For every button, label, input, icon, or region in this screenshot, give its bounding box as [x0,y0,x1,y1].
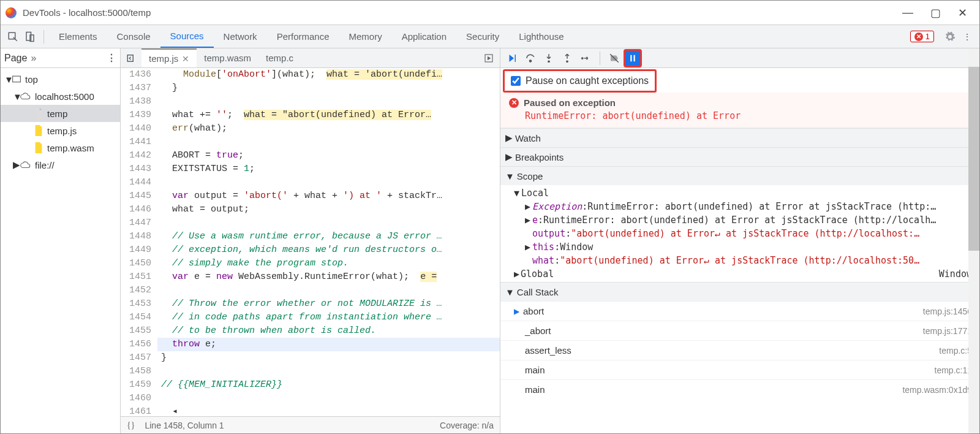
tree-file-tempjs[interactable]: temp.js [1,122,120,139]
scope-local[interactable]: ▼Local [500,186,979,200]
callstack-section[interactable]: ▼Call Stack [500,283,979,301]
error-count-badge[interactable]: ✕1 [910,31,934,42]
scrollbar-track[interactable] [968,48,979,433]
debug-toolbar [500,48,979,68]
editor-statusbar: {} Line 1458, Column 1 Coverage: n/a [121,416,500,433]
tree-file-tempwasm[interactable]: temp.wasm [1,139,120,156]
tab-elements[interactable]: Elements [49,25,107,48]
scope-global[interactable]: ▶GlobalWindow [500,267,979,281]
step-over-button[interactable] [521,49,540,67]
pause-caught-checkbox[interactable] [511,76,521,86]
svg-rect-12 [634,55,635,61]
svg-rect-6 [515,55,516,62]
callstack-frame[interactable]: _aborttemp.js:1771 [500,321,979,340]
svg-point-8 [548,60,550,63]
callstack-frame[interactable]: maintemp.c:11 [500,360,979,379]
pause-on-exceptions-button[interactable] [624,49,642,67]
step-out-button[interactable] [558,49,576,67]
callstack-frame[interactable]: maintemp.wasm:0x1d9 [500,379,979,399]
scope-variable[interactable]: what: "abort(undefined) at Error↵ at jsS… [500,254,979,267]
scope-variable[interactable]: ▶ Exception: RuntimeError: abort(undefin… [500,200,979,213]
callstack-frame[interactable]: assert_lesstemp.c:5 [500,340,979,360]
svg-point-7 [530,60,532,62]
resume-button[interactable] [503,49,521,67]
panel-chevron-icon[interactable]: » [31,53,36,64]
tree-host[interactable]: ▼localhost:5000 [1,88,120,105]
callstack-frame[interactable]: ▶aborttemp.js:1456 [500,301,979,321]
scope-body: ▼Local ▶ Exception: RuntimeError: abort(… [500,185,979,282]
paused-banner: ✕Paused on exception RuntimeError: abort… [500,93,979,128]
settings-gear-icon[interactable] [941,28,959,45]
device-toolbar-icon[interactable] [21,28,39,45]
devtools-logo-icon [6,7,17,18]
window-title: DevTools - localhost:5000/temp [23,7,902,18]
tree-file-scheme[interactable]: ▶file:// [1,156,120,173]
pretty-print-icon[interactable]: {} [127,421,135,430]
scope-variable[interactable]: ▶ this: Window [500,240,979,254]
tab-performance[interactable]: Performance [267,25,339,48]
scope-section[interactable]: ▼Scope [500,167,979,185]
svg-rect-3 [13,76,21,82]
exception-message: RuntimeError: abort(undefined) at Error [509,110,972,121]
tab-application[interactable]: Application [392,25,456,48]
error-icon: ✕ [509,98,519,108]
panel-more-icon[interactable]: ⋮ [107,52,116,64]
kebab-menu-icon[interactable]: ⋮ [959,28,976,45]
tab-network[interactable]: Network [214,25,267,48]
page-panel-title[interactable]: Page [4,53,27,64]
tree-top[interactable]: ▼top [1,70,120,88]
line-gutter: 1436143714381439144014411442144314441445… [121,68,157,416]
snippet-run-icon[interactable] [480,50,497,67]
close-button[interactable]: ✕ [958,6,967,20]
tab-security[interactable]: Security [456,25,509,48]
step-button[interactable] [576,49,595,67]
close-tab-icon[interactable]: ✕ [182,54,189,64]
coverage-status: Coverage: n/a [440,421,494,430]
svg-point-9 [566,60,568,63]
pause-caught-checkbox-row[interactable]: Pause on caught exceptions [503,69,657,93]
tab-memory[interactable]: Memory [339,25,392,48]
code-editor: temp.js✕temp.wasmtemp.c 1436143714381439… [121,48,500,433]
deactivate-breakpoints-button[interactable] [605,49,624,67]
scrollbar-thumb[interactable] [968,67,979,251]
minimize-button[interactable]: — [902,6,913,20]
tab-console[interactable]: Console [107,25,160,48]
tab-sources[interactable]: Sources [160,25,214,48]
page-panel: Page » ⋮ ▼top ▼localhost:5000 temp temp.… [1,48,121,433]
tab-lighthouse[interactable]: Lighthouse [509,25,573,48]
editor-tab[interactable]: temp.c [258,48,301,67]
breakpoints-section[interactable]: ▶Breakpoints [500,148,979,166]
debugger-panel: Pause on caught exceptions ✕Paused on ex… [500,48,979,433]
code-content[interactable]: Module['onAbort'](what); what = 'abort(u… [157,68,500,416]
window-titlebar: DevTools - localhost:5000/temp — ▢ ✕ [1,1,979,25]
svg-rect-4 [127,55,133,61]
cursor-position: Line 1458, Column 1 [145,421,224,430]
nav-history-icon[interactable] [123,50,140,67]
devtools-tabs: ElementsConsoleSourcesNetworkPerformance… [1,25,979,48]
callstack-body: ▶aborttemp.js:1456_aborttemp.js:1771asse… [500,301,979,399]
file-tree: ▼top ▼localhost:5000 temp temp.js temp.w… [1,68,120,176]
tree-file-temp[interactable]: temp [1,105,120,122]
editor-tab[interactable]: temp.wasm [197,48,258,67]
editor-tabs: temp.js✕temp.wasmtemp.c [121,48,500,68]
scope-variable[interactable]: ▶ e: RuntimeError: abort(undefined) at E… [500,213,979,227]
inspect-element-icon[interactable] [4,28,21,45]
scope-variable[interactable]: output: "abort(undefined) at Error↵ at j… [500,227,979,240]
editor-tab[interactable]: temp.js✕ [141,48,197,67]
watch-section[interactable]: ▶Watch [500,129,979,147]
svg-rect-11 [630,55,631,61]
svg-point-10 [581,57,584,59]
maximize-button[interactable]: ▢ [930,6,941,20]
step-into-button[interactable] [540,49,558,67]
